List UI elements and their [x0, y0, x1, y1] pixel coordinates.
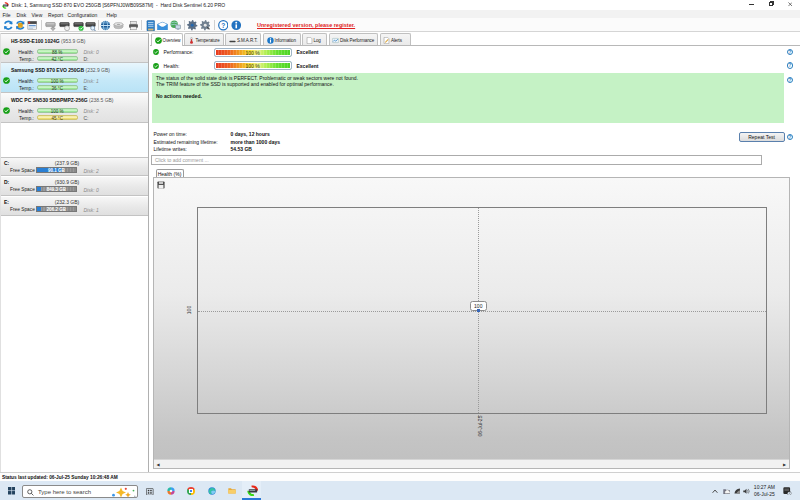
svg-text:?: ?: [221, 22, 225, 29]
